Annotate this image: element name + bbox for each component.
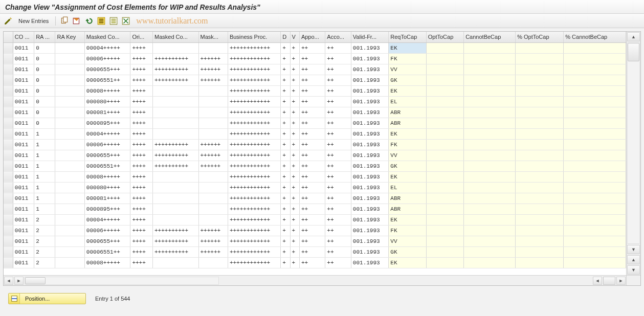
cell-ori[interactable]: ++++ [130, 128, 153, 139]
cell-maskc1[interactable]: 0000655+++ [84, 236, 130, 246]
cell-appo[interactable]: ++ [299, 236, 325, 246]
cell-co[interactable]: 0011 [13, 96, 34, 107]
row-selector[interactable] [4, 85, 13, 96]
cell-reqtocap[interactable]: FK [389, 225, 426, 236]
table-row[interactable]: 0011000004+++++++++++++++++++++++++++001… [4, 42, 626, 53]
cell-ori[interactable]: ++++ [130, 204, 153, 214]
cell-busproc[interactable]: ++++++++++++ [228, 118, 280, 128]
cell-pctcannotbecap[interactable] [564, 182, 626, 193]
cell-v[interactable]: + [290, 42, 299, 53]
cell-rakey[interactable] [55, 75, 84, 85]
cell-pctopttocap[interactable] [516, 118, 564, 128]
row-selector[interactable] [4, 96, 13, 107]
row-selector-header[interactable] [4, 32, 13, 42]
row-selector[interactable] [4, 64, 13, 75]
cell-opttocap[interactable] [426, 225, 463, 236]
cell-opttocap[interactable] [426, 96, 463, 107]
cell-pctopttocap[interactable] [516, 193, 564, 204]
cell-ra1[interactable]: 0 [34, 64, 55, 75]
deselect-all-icon[interactable] [121, 16, 131, 26]
table-row[interactable]: 0011100004+++++++++++++++++++++++++++001… [4, 128, 626, 139]
cell-opttocap[interactable] [426, 182, 463, 193]
cell-maskc2[interactable] [152, 128, 198, 139]
cell-co[interactable]: 0011 [13, 204, 34, 214]
row-selector[interactable] [4, 139, 13, 150]
cell-d[interactable]: + [281, 182, 290, 193]
table-row[interactable]: 0011200004+++++++++++++++++++++++++++001… [4, 214, 626, 225]
cell-co[interactable]: 0011 [13, 171, 34, 182]
cell-rakey[interactable] [55, 193, 84, 204]
cell-busproc[interactable]: ++++++++++++ [228, 107, 280, 118]
cell-cannotbecap[interactable] [464, 128, 516, 139]
table-row[interactable]: 0011200006++++++++++++++++++++++++++++++… [4, 225, 626, 236]
cell-pctopttocap[interactable] [516, 257, 564, 268]
row-selector[interactable] [4, 193, 13, 204]
cell-ra1[interactable]: 1 [34, 150, 55, 161]
cell-maskc2[interactable] [152, 214, 198, 225]
cell-appo[interactable]: ++ [299, 171, 325, 182]
scroll-page-down-icon[interactable]: ▼ [627, 265, 640, 275]
cell-pctcannotbecap[interactable] [564, 42, 626, 53]
cell-appo[interactable]: ++ [299, 107, 325, 118]
cell-d[interactable]: + [281, 150, 290, 161]
scroll-up-icon[interactable]: ▲ [627, 32, 640, 41]
cell-cannotbecap[interactable] [464, 53, 516, 64]
cell-v[interactable]: + [290, 107, 299, 118]
column-header-busproc[interactable]: Business Proc. [228, 32, 280, 42]
cell-validfr[interactable]: 001.1993 [351, 139, 388, 150]
cell-appo[interactable]: ++ [299, 214, 325, 225]
cell-maskc1[interactable]: 0000895+++ [84, 118, 130, 128]
cell-validfr[interactable]: 001.1993 [351, 204, 388, 214]
row-selector[interactable] [4, 75, 13, 85]
table-row[interactable]: 0011000006++++++++++++++++++++++++++++++… [4, 53, 626, 64]
cell-opttocap[interactable] [426, 214, 463, 225]
cell-v[interactable]: + [290, 139, 299, 150]
row-selector[interactable] [4, 171, 13, 182]
cell-maskc1[interactable]: 00008+++++ [84, 257, 130, 268]
cell-acco[interactable]: ++ [325, 75, 351, 85]
cell-v[interactable]: + [290, 246, 299, 257]
scroll-h-track-right[interactable] [603, 277, 615, 285]
cell-v[interactable]: + [290, 53, 299, 64]
cell-acco[interactable]: ++ [325, 257, 351, 268]
cell-validfr[interactable]: 001.1993 [351, 246, 388, 257]
cell-co[interactable]: 0011 [13, 193, 34, 204]
cell-busproc[interactable]: ++++++++++++ [228, 214, 280, 225]
cell-reqtocap[interactable]: GK [389, 161, 426, 171]
cell-mask[interactable]: ++++++ [198, 64, 228, 75]
scroll-h-thumb[interactable] [25, 277, 46, 284]
cell-co[interactable]: 0011 [13, 118, 34, 128]
cell-busproc[interactable]: ++++++++++++ [228, 96, 280, 107]
cell-rakey[interactable] [55, 150, 84, 161]
cell-v[interactable]: + [290, 236, 299, 246]
cell-ori[interactable]: ++++ [130, 161, 153, 171]
cell-ori[interactable]: ++++ [130, 236, 153, 246]
column-header-acco[interactable]: Acco... [325, 32, 351, 42]
cell-maskc2[interactable]: ++++++++++ [152, 64, 198, 75]
cell-busproc[interactable]: ++++++++++++ [228, 128, 280, 139]
cell-reqtocap[interactable]: ABR [389, 118, 426, 128]
cell-pctopttocap[interactable] [516, 214, 564, 225]
cell-maskc1[interactable]: 000080++++ [84, 182, 130, 193]
cell-cannotbecap[interactable] [464, 182, 516, 193]
cell-v[interactable]: + [290, 257, 299, 268]
cell-v[interactable]: + [290, 225, 299, 236]
cell-reqtocap[interactable]: EK [389, 128, 426, 139]
cell-cannotbecap[interactable] [464, 236, 516, 246]
cell-busproc[interactable]: ++++++++++++ [228, 193, 280, 204]
column-header-appo[interactable]: Appo... [299, 32, 325, 42]
table-row[interactable]: 001100000895+++++++++++++++++++++++++001… [4, 118, 626, 128]
cell-reqtocap[interactable]: EL [389, 96, 426, 107]
table-row[interactable]: 001120000655++++++++++++++++++++++++++++… [4, 236, 626, 246]
horizontal-scrollbar[interactable]: ◄ ► ◄ ► [4, 275, 626, 285]
cell-ori[interactable]: ++++ [130, 64, 153, 75]
cell-opttocap[interactable] [426, 42, 463, 53]
cell-ra1[interactable]: 0 [34, 42, 55, 53]
column-header-cannotbecap[interactable]: CannotBeCap [464, 32, 516, 42]
table-row[interactable]: 0011100006551+++++++++++++++++++++++++++… [4, 161, 626, 171]
cell-pctopttocap[interactable] [516, 64, 564, 75]
toggle-display-change-icon[interactable] [3, 16, 13, 26]
cell-maskc1[interactable]: 00008+++++ [84, 171, 130, 182]
cell-reqtocap[interactable]: EK [389, 171, 426, 182]
cell-cannotbecap[interactable] [464, 246, 516, 257]
